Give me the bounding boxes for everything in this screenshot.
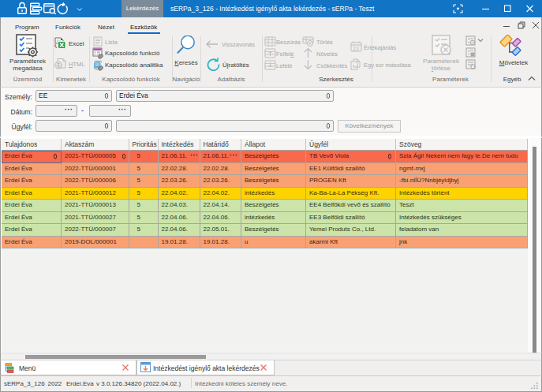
svg-text:23: 23 <box>353 46 359 51</box>
